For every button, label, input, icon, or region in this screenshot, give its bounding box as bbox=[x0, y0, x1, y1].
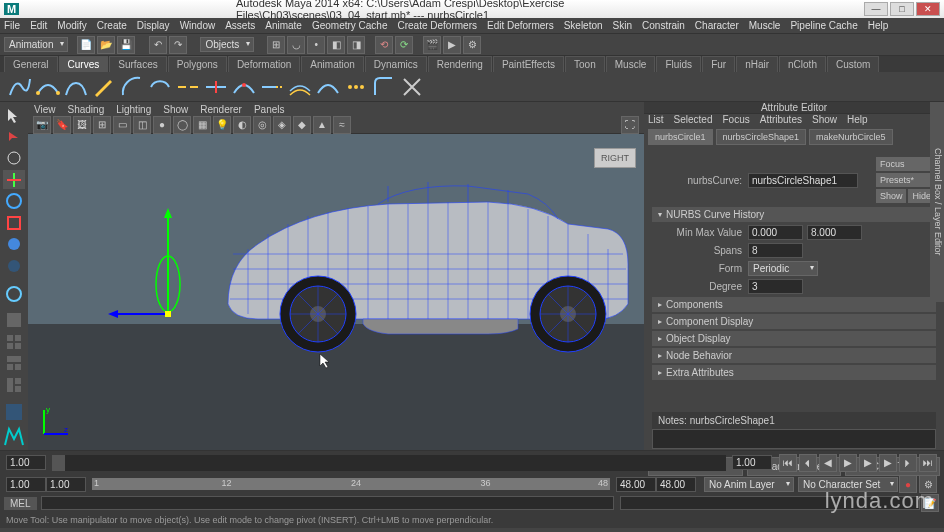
attr-menu-selected[interactable]: Selected bbox=[674, 114, 713, 125]
mel-label[interactable]: MEL bbox=[4, 497, 37, 510]
four-view-icon[interactable] bbox=[3, 333, 25, 351]
vp-menu-shading[interactable]: Shading bbox=[68, 104, 105, 115]
attr-menu-attributes[interactable]: Attributes bbox=[760, 114, 802, 125]
range-track[interactable]: 1 12 24 36 48 bbox=[92, 478, 610, 490]
rewind-icon[interactable]: ⏮ bbox=[779, 454, 797, 472]
menu-geometry-cache[interactable]: Geometry Cache bbox=[312, 20, 388, 31]
attr-menu-help[interactable]: Help bbox=[847, 114, 868, 125]
vp-menu-lighting[interactable]: Lighting bbox=[116, 104, 151, 115]
focus-button[interactable]: Focus bbox=[876, 157, 935, 171]
vp-highquality-icon[interactable]: ◆ bbox=[293, 116, 311, 134]
current-frame-left[interactable] bbox=[6, 455, 46, 470]
vp-menu-renderer[interactable]: Renderer bbox=[200, 104, 242, 115]
selection-mode[interactable]: Objects bbox=[200, 37, 254, 52]
vp-select-camera-icon[interactable]: 📷 bbox=[33, 116, 51, 134]
render-settings-icon[interactable]: ⚙ bbox=[463, 36, 481, 54]
pencil-curve-icon[interactable] bbox=[92, 75, 116, 99]
vp-menu-view[interactable]: View bbox=[34, 104, 56, 115]
single-view-icon[interactable] bbox=[3, 311, 25, 329]
minimize-button[interactable]: — bbox=[864, 2, 888, 16]
vp-shaded-icon[interactable]: ● bbox=[153, 116, 171, 134]
vp-menu-panels[interactable]: Panels bbox=[254, 104, 285, 115]
shelf-tab-fluids[interactable]: Fluids bbox=[656, 56, 701, 72]
arc-icon[interactable] bbox=[120, 75, 144, 99]
detach-curve-icon[interactable] bbox=[204, 75, 228, 99]
vp-isolate-icon[interactable]: ◎ bbox=[253, 116, 271, 134]
menu-muscle[interactable]: Muscle bbox=[749, 20, 781, 31]
vp-expand-icon[interactable]: ⛶ bbox=[621, 116, 639, 134]
snap-grid-icon[interactable]: ⊞ bbox=[267, 36, 285, 54]
module-selector[interactable]: Animation bbox=[4, 37, 68, 52]
shelf-tab-toon[interactable]: Toon bbox=[565, 56, 605, 72]
vp-lights-icon[interactable]: 💡 bbox=[213, 116, 231, 134]
menu-file[interactable]: File bbox=[4, 20, 20, 31]
menu-animate[interactable]: Animate bbox=[265, 20, 302, 31]
bezier-icon[interactable] bbox=[64, 75, 88, 99]
notes-field[interactable] bbox=[652, 429, 936, 449]
shelf-tab-rendering[interactable]: Rendering bbox=[428, 56, 492, 72]
maximize-button[interactable]: □ bbox=[890, 2, 914, 16]
menu-display[interactable]: Display bbox=[137, 20, 170, 31]
shelf-tab-deformation[interactable]: Deformation bbox=[228, 56, 300, 72]
new-scene-icon[interactable]: 📄 bbox=[77, 36, 95, 54]
attr-menu-show[interactable]: Show bbox=[812, 114, 837, 125]
menu-pipeline-cache[interactable]: Pipeline Cache bbox=[790, 20, 857, 31]
soft-mod-tool[interactable] bbox=[3, 256, 25, 274]
attr-menu-list[interactable]: List bbox=[648, 114, 664, 125]
step-back-icon[interactable]: ⏴ bbox=[799, 454, 817, 472]
shelf-tab-animation[interactable]: Animation bbox=[301, 56, 363, 72]
snap-plane-icon[interactable]: ◧ bbox=[327, 36, 345, 54]
shelf-tab-muscle[interactable]: Muscle bbox=[606, 56, 656, 72]
vp-resolution-gate-icon[interactable]: ◫ bbox=[133, 116, 151, 134]
shelf-tab-surfaces[interactable]: Surfaces bbox=[109, 56, 166, 72]
rebuild-curve-icon[interactable] bbox=[316, 75, 340, 99]
menu-edit-deformers[interactable]: Edit Deformers bbox=[487, 20, 554, 31]
menu-character[interactable]: Character bbox=[695, 20, 739, 31]
move-tool[interactable] bbox=[3, 170, 25, 188]
range-start-field[interactable] bbox=[6, 477, 46, 492]
ep-curve-icon[interactable] bbox=[36, 75, 60, 99]
paint-select-tool[interactable] bbox=[3, 149, 25, 167]
history-icon[interactable]: ⟲ bbox=[375, 36, 393, 54]
three-point-arc-icon[interactable] bbox=[148, 75, 172, 99]
vp-textured-icon[interactable]: ▦ bbox=[193, 116, 211, 134]
show-manip-tool[interactable] bbox=[3, 285, 25, 303]
vp-aa-icon[interactable]: ▲ bbox=[313, 116, 331, 134]
redo-icon[interactable]: ↷ bbox=[169, 36, 187, 54]
ipr-icon[interactable]: ▶ bbox=[443, 36, 461, 54]
vp-bookmark-icon[interactable]: 🔖 bbox=[53, 116, 71, 134]
shelf-tab-custom[interactable]: Custom bbox=[827, 56, 879, 72]
universal-manip-tool[interactable] bbox=[3, 235, 25, 253]
snap-view-icon[interactable]: ◨ bbox=[347, 36, 365, 54]
attr-tab-nurbsCircle1[interactable]: nurbsCircle1 bbox=[648, 129, 713, 145]
spans-field[interactable] bbox=[748, 243, 803, 258]
scale-tool[interactable] bbox=[3, 213, 25, 231]
shelf-tab-general[interactable]: General bbox=[4, 56, 58, 72]
cut-curve-icon[interactable] bbox=[400, 75, 424, 99]
render-icon[interactable]: 🎬 bbox=[423, 36, 441, 54]
menu-help[interactable]: Help bbox=[868, 20, 889, 31]
section-component-display[interactable]: Component Display bbox=[652, 314, 936, 329]
shelf-tab-painteffects[interactable]: PaintEffects bbox=[493, 56, 564, 72]
curve-tool-icon[interactable] bbox=[8, 75, 32, 99]
shelf-tab-polygons[interactable]: Polygons bbox=[168, 56, 227, 72]
step-fwd-icon[interactable]: ⏵ bbox=[899, 454, 917, 472]
undo-icon[interactable]: ↶ bbox=[149, 36, 167, 54]
section-node-behavior[interactable]: Node Behavior bbox=[652, 348, 936, 363]
rotate-tool[interactable] bbox=[3, 192, 25, 210]
snap-point-icon[interactable]: • bbox=[307, 36, 325, 54]
menu-constrain[interactable]: Constrain bbox=[642, 20, 685, 31]
vp-xray-icon[interactable]: ◈ bbox=[273, 116, 291, 134]
time-track[interactable] bbox=[52, 455, 726, 471]
extend-curve-icon[interactable] bbox=[260, 75, 284, 99]
range-playback-start[interactable] bbox=[46, 477, 86, 492]
maya-logo-icon[interactable] bbox=[3, 425, 25, 447]
attr-tab-nurbsCircleShape1[interactable]: nurbsCircleShape1 bbox=[716, 129, 807, 145]
max-value-field[interactable] bbox=[807, 225, 862, 240]
play-back-icon[interactable]: ▶ bbox=[839, 454, 857, 472]
vp-film-gate-icon[interactable]: ▭ bbox=[113, 116, 131, 134]
attr-tab-makeNurbCircle5[interactable]: makeNurbCircle5 bbox=[809, 129, 893, 145]
vp-wireframe-icon[interactable]: ◯ bbox=[173, 116, 191, 134]
menu-window[interactable]: Window bbox=[180, 20, 216, 31]
current-frame-right[interactable] bbox=[732, 455, 772, 470]
